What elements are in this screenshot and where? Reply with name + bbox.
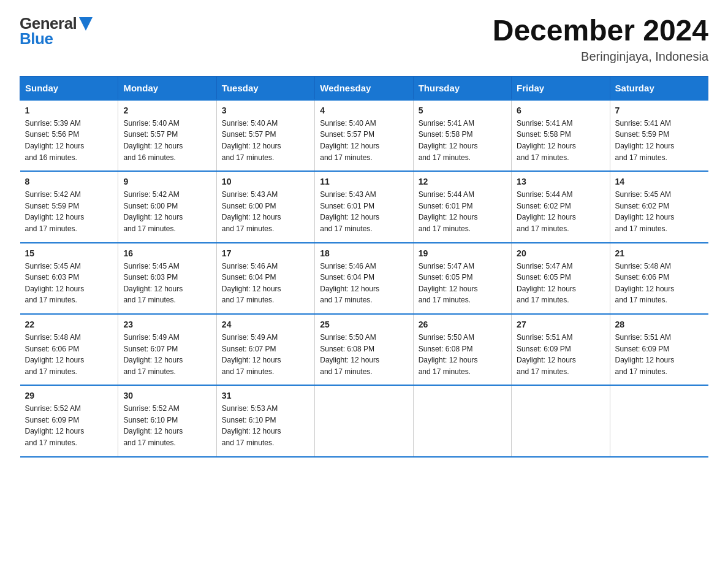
header-cell-friday: Friday (512, 76, 610, 100)
day-number: 25 (320, 320, 408, 329)
day-info: Sunrise: 5:40 AMSunset: 5:57 PMDaylight:… (320, 118, 408, 163)
header-cell-monday: Monday (118, 76, 216, 100)
day-info: Sunrise: 5:49 AMSunset: 6:07 PMDaylight:… (123, 332, 211, 377)
day-info: Sunrise: 5:45 AMSunset: 6:02 PMDaylight:… (615, 189, 703, 234)
day-cell: 26 Sunrise: 5:50 AMSunset: 6:08 PMDaylig… (413, 314, 511, 385)
day-number: 5 (419, 105, 506, 115)
day-number: 15 (25, 248, 113, 258)
day-cell: 14 Sunrise: 5:45 AMSunset: 6:02 PMDaylig… (610, 171, 708, 242)
day-cell: 10 Sunrise: 5:43 AMSunset: 6:00 PMDaylig… (216, 171, 314, 242)
day-number: 13 (517, 177, 604, 186)
day-number: 26 (419, 320, 506, 329)
day-info: Sunrise: 5:41 AMSunset: 5:58 PMDaylight:… (517, 118, 604, 163)
day-info: Sunrise: 5:49 AMSunset: 6:07 PMDaylight:… (222, 332, 309, 377)
header-cell-sunday: Sunday (20, 76, 118, 100)
day-number: 31 (222, 391, 309, 400)
week-row-5: 29 Sunrise: 5:52 AMSunset: 6:09 PMDaylig… (20, 385, 708, 456)
day-number: 24 (222, 320, 309, 329)
day-cell: 6 Sunrise: 5:41 AMSunset: 5:58 PMDayligh… (512, 100, 610, 171)
logo-blue-text: Blue (20, 30, 93, 48)
day-cell: 4 Sunrise: 5:40 AMSunset: 5:57 PMDayligh… (315, 100, 413, 171)
day-info: Sunrise: 5:40 AMSunset: 5:57 PMDaylight:… (123, 118, 211, 163)
day-number: 30 (123, 391, 211, 400)
day-number: 6 (517, 105, 604, 115)
logo-triangle-icon (79, 17, 93, 31)
day-cell: 17 Sunrise: 5:46 AMSunset: 6:04 PMDaylig… (216, 243, 314, 314)
day-info: Sunrise: 5:50 AMSunset: 6:08 PMDaylight:… (419, 332, 506, 377)
day-cell (512, 385, 610, 456)
day-number: 23 (123, 320, 211, 329)
day-info: Sunrise: 5:50 AMSunset: 6:08 PMDaylight:… (320, 332, 408, 377)
day-cell: 13 Sunrise: 5:44 AMSunset: 6:02 PMDaylig… (512, 171, 610, 242)
day-info: Sunrise: 5:43 AMSunset: 6:01 PMDaylight:… (320, 189, 408, 234)
day-cell: 25 Sunrise: 5:50 AMSunset: 6:08 PMDaylig… (315, 314, 413, 385)
day-number: 28 (615, 320, 703, 329)
day-info: Sunrise: 5:41 AMSunset: 5:59 PMDaylight:… (615, 118, 703, 163)
day-info: Sunrise: 5:47 AMSunset: 6:05 PMDaylight:… (419, 261, 506, 306)
day-cell: 2 Sunrise: 5:40 AMSunset: 5:57 PMDayligh… (118, 100, 216, 171)
header-cell-wednesday: Wednesday (315, 76, 413, 100)
day-cell: 22 Sunrise: 5:48 AMSunset: 6:06 PMDaylig… (20, 314, 118, 385)
day-info: Sunrise: 5:53 AMSunset: 6:10 PMDaylight:… (222, 403, 309, 448)
day-info: Sunrise: 5:52 AMSunset: 6:09 PMDaylight:… (25, 403, 113, 448)
header-cell-tuesday: Tuesday (216, 76, 314, 100)
day-cell: 8 Sunrise: 5:42 AMSunset: 5:59 PMDayligh… (20, 171, 118, 242)
day-info: Sunrise: 5:52 AMSunset: 6:10 PMDaylight:… (123, 403, 211, 448)
day-cell: 16 Sunrise: 5:45 AMSunset: 6:03 PMDaylig… (118, 243, 216, 314)
day-number: 10 (222, 177, 309, 186)
day-number: 9 (123, 177, 211, 186)
day-number: 1 (25, 105, 113, 115)
day-number: 29 (25, 391, 113, 400)
day-info: Sunrise: 5:46 AMSunset: 6:04 PMDaylight:… (222, 261, 309, 306)
day-cell (610, 385, 708, 456)
day-cell: 11 Sunrise: 5:43 AMSunset: 6:01 PMDaylig… (315, 171, 413, 242)
day-info: Sunrise: 5:43 AMSunset: 6:00 PMDaylight:… (222, 189, 309, 234)
day-info: Sunrise: 5:48 AMSunset: 6:06 PMDaylight:… (615, 261, 703, 306)
day-info: Sunrise: 5:39 AMSunset: 5:56 PMDaylight:… (25, 118, 113, 163)
page-header: General Blue December 2024 Beringinjaya,… (20, 15, 708, 64)
logo: General Blue (20, 15, 93, 47)
day-info: Sunrise: 5:44 AMSunset: 6:01 PMDaylight:… (419, 189, 506, 234)
day-cell: 3 Sunrise: 5:40 AMSunset: 5:57 PMDayligh… (216, 100, 314, 171)
day-number: 14 (615, 177, 703, 186)
day-number: 12 (419, 177, 506, 186)
day-number: 8 (25, 177, 113, 186)
day-cell: 7 Sunrise: 5:41 AMSunset: 5:59 PMDayligh… (610, 100, 708, 171)
day-info: Sunrise: 5:46 AMSunset: 6:04 PMDaylight:… (320, 261, 408, 306)
header-cell-saturday: Saturday (610, 76, 708, 100)
day-cell: 23 Sunrise: 5:49 AMSunset: 6:07 PMDaylig… (118, 314, 216, 385)
day-cell: 12 Sunrise: 5:44 AMSunset: 6:01 PMDaylig… (413, 171, 511, 242)
day-info: Sunrise: 5:45 AMSunset: 6:03 PMDaylight:… (25, 261, 113, 306)
day-number: 3 (222, 105, 309, 115)
day-cell: 27 Sunrise: 5:51 AMSunset: 6:09 PMDaylig… (512, 314, 610, 385)
day-cell: 5 Sunrise: 5:41 AMSunset: 5:58 PMDayligh… (413, 100, 511, 171)
day-info: Sunrise: 5:51 AMSunset: 6:09 PMDaylight:… (517, 332, 604, 377)
week-row-2: 8 Sunrise: 5:42 AMSunset: 5:59 PMDayligh… (20, 171, 708, 242)
location: Beringinjaya, Indonesia (493, 50, 708, 64)
day-info: Sunrise: 5:44 AMSunset: 6:02 PMDaylight:… (517, 189, 604, 234)
day-number: 27 (517, 320, 604, 329)
title-block: December 2024 Beringinjaya, Indonesia (493, 15, 708, 64)
day-number: 19 (419, 248, 506, 258)
day-info: Sunrise: 5:40 AMSunset: 5:57 PMDaylight:… (222, 118, 309, 163)
day-cell (413, 385, 511, 456)
day-number: 11 (320, 177, 408, 186)
day-number: 16 (123, 248, 211, 258)
day-number: 2 (123, 105, 211, 115)
day-number: 22 (25, 320, 113, 329)
day-cell: 30 Sunrise: 5:52 AMSunset: 6:10 PMDaylig… (118, 385, 216, 456)
day-cell: 9 Sunrise: 5:42 AMSunset: 6:00 PMDayligh… (118, 171, 216, 242)
day-info: Sunrise: 5:48 AMSunset: 6:06 PMDaylight:… (25, 332, 113, 377)
day-cell (315, 385, 413, 456)
day-cell: 18 Sunrise: 5:46 AMSunset: 6:04 PMDaylig… (315, 243, 413, 314)
day-number: 7 (615, 105, 703, 115)
svg-marker-0 (79, 17, 93, 31)
calendar-header: SundayMondayTuesdayWednesdayThursdayFrid… (20, 76, 708, 100)
week-row-1: 1 Sunrise: 5:39 AMSunset: 5:56 PMDayligh… (20, 100, 708, 171)
day-number: 18 (320, 248, 408, 258)
calendar-body: 1 Sunrise: 5:39 AMSunset: 5:56 PMDayligh… (20, 100, 708, 457)
header-row: SundayMondayTuesdayWednesdayThursdayFrid… (20, 76, 708, 100)
day-cell: 29 Sunrise: 5:52 AMSunset: 6:09 PMDaylig… (20, 385, 118, 456)
day-info: Sunrise: 5:42 AMSunset: 5:59 PMDaylight:… (25, 189, 113, 234)
calendar-table: SundayMondayTuesdayWednesdayThursdayFrid… (20, 76, 708, 458)
